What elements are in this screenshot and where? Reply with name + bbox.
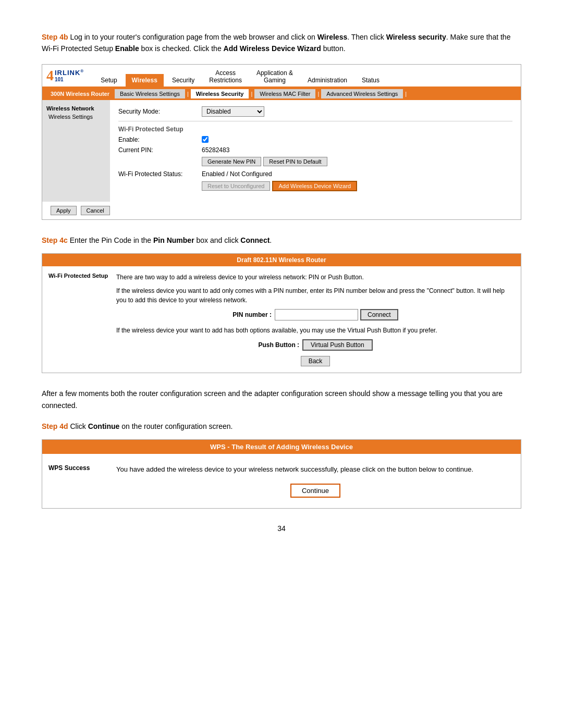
wps-success-para: You have added the wireless device to yo… (116, 464, 515, 475)
nav-wireless[interactable]: Wireless (126, 74, 164, 87)
logo-4-icon: 4 (46, 68, 54, 83)
logo-irlink: IRLINK® (55, 69, 84, 77)
step4b-bold4: Add Wireless Device Wizard (224, 44, 321, 53)
nav-items: Setup Wireless Security AccessRestrictio… (94, 67, 517, 87)
nav-access-restrictions[interactable]: AccessRestrictions (203, 67, 248, 87)
step4b-paragraph: Step 4b Log in to your router's configur… (42, 31, 521, 55)
step4c-bold2: Connect (240, 236, 270, 244)
wps-dialog-content: Wi-Fi Protected Setup There are two way … (42, 266, 521, 373)
push-button-label: Push Button : (258, 340, 299, 350)
step4c-text2: box and click (194, 236, 241, 244)
wps-success-sidebar-label: WPS Success (48, 464, 116, 498)
nav-security[interactable]: Security (166, 74, 201, 87)
step4b-bold2: Wireless security (386, 33, 446, 41)
current-pin-label: Current PIN: (118, 146, 202, 154)
step4c-label: Step 4c (42, 236, 68, 244)
pin-input-row: PIN number : Connect (116, 309, 515, 320)
nav-application-gaming[interactable]: Application &Gaming (250, 67, 299, 87)
submenu-advanced-wireless[interactable]: Advanced Wireless Settings (321, 89, 403, 98)
submenu-bar: 300N Wireless Router Basic Wireless Sett… (42, 88, 521, 100)
step4c-text3: . (270, 236, 272, 244)
wps-success-box: WPS - The Result of Adding Wireless Devi… (42, 439, 521, 509)
step4c-paragraph: Step 4c Enter the Pin Code in the Pin Nu… (42, 235, 521, 246)
submenu-wireless-mac[interactable]: Wireless MAC Filter (254, 89, 315, 98)
wps-dialog-box: Draft 802.11N Wireless Router Wi-Fi Prot… (42, 253, 521, 373)
wps-dialog-sidebar: Wi-Fi Protected Setup (48, 273, 116, 366)
router-content: Wireless Network Wireless Settings Secur… (42, 100, 521, 202)
security-mode-row: Security Mode: Disabled (118, 106, 512, 117)
wps-para3: If the wireless device your want to add … (116, 326, 515, 335)
submenu-basic-wireless[interactable]: Basic Wireless Settings (115, 89, 185, 98)
continue-button[interactable]: Continue (290, 484, 340, 498)
nav-status[interactable]: Status (356, 74, 386, 87)
enable-row: Enable: (118, 136, 512, 143)
submenu-sep4: | (404, 91, 408, 97)
current-pin-row: Current PIN: 65282483 (118, 146, 512, 154)
wps-status-row: Wi-Fi Protected Status: Enabled / Not Co… (118, 170, 512, 178)
step4b-text5: button. (321, 44, 346, 53)
wps-success-content: WPS Success You have added the wireless … (42, 454, 521, 508)
step4b-text4: box is checked. Click the (139, 44, 224, 53)
step4d-bold1: Continue (88, 422, 120, 430)
step4b-text1: Log in to your router's configuration pa… (68, 33, 317, 41)
wps-success-main: You have added the wireless device to yo… (116, 464, 515, 498)
page-number: 34 (42, 524, 521, 533)
wps-para1: There are two way to add a wireless devi… (116, 273, 515, 282)
submenu-wireless-security[interactable]: Wireless Security (191, 89, 249, 98)
divider1 (118, 121, 512, 121)
router-logo: 4 IRLINK® 101 (46, 67, 84, 87)
pin-buttons-row: Generate New PIN Reset PIN to Default (118, 157, 512, 166)
submenu-label: 300N Wireless Router (46, 90, 114, 98)
back-button-row: Back (116, 356, 515, 366)
after-text-paragraph: After a few moments both the router conf… (42, 388, 521, 411)
wps-dialog-main: There are two way to add a wireless devi… (116, 273, 515, 366)
step4b-bold3: Enable (115, 44, 139, 53)
step4b-label: Step 4b (42, 33, 68, 41)
generate-pin-button[interactable]: Generate New PIN (202, 157, 261, 166)
sidebar-wireless-settings[interactable]: Wireless Settings (46, 114, 106, 120)
step4c-bold1: Pin Number (153, 236, 194, 244)
pin-number-label: PIN number : (232, 310, 272, 319)
step4b-text2: . Then click (347, 33, 386, 41)
logo-101: 101 (55, 77, 84, 82)
cancel-button[interactable]: Cancel (81, 206, 110, 215)
push-button-row: Push Button : Virtual Push Button (116, 339, 515, 351)
wps-dialog-title: Draft 802.11N Wireless Router (42, 254, 521, 266)
back-button[interactable]: Back (301, 356, 331, 366)
pin-number-input[interactable] (275, 309, 358, 320)
virtual-push-button[interactable]: Virtual Push Button (302, 339, 373, 351)
sidebar-section-title: Wireless Network (46, 105, 106, 112)
submenu-sep3: | (316, 91, 320, 97)
reset-unconfigured-button[interactable]: Reset to Unconfigured (202, 181, 270, 191)
step4d-text2: on the router configuration screen. (119, 422, 232, 430)
wps-action-buttons-row: Reset to Unconfigured Add Wireless Devic… (118, 181, 512, 191)
router-nav: 4 IRLINK® 101 Setup Wireless Security Ac… (42, 65, 521, 88)
step4c-text1: Enter the Pin Code in the (68, 236, 153, 244)
router-sidebar: Wireless Network Wireless Settings (42, 100, 110, 202)
wps-section-header: Wi-Fi Protected Setup (118, 126, 512, 133)
step4b-bold1: Wireless (317, 33, 347, 41)
enable-label: Enable: (118, 136, 202, 143)
wps-status-label: Wi-Fi Protected Status: (118, 170, 202, 178)
submenu-sep1: | (186, 91, 190, 97)
wps-success-title: WPS - The Result of Adding Wireless Devi… (42, 440, 521, 454)
submenu-sep2: | (250, 91, 253, 97)
security-mode-label: Security Mode: (118, 108, 202, 115)
step4d-label: Step 4d (42, 422, 68, 430)
continue-button-row: Continue (116, 484, 515, 498)
nav-administration[interactable]: Administration (301, 74, 353, 87)
wps-para2: If the wireless device you want to add o… (116, 286, 515, 305)
connect-button[interactable]: Connect (360, 309, 398, 320)
add-wireless-wizard-button[interactable]: Add Wireless Device Wizard (272, 181, 357, 191)
router-main: Security Mode: Disabled Wi-Fi Protected … (110, 100, 521, 202)
apply-button[interactable]: Apply (51, 206, 77, 215)
router-footer: Apply Cancel (42, 202, 521, 219)
current-pin-value: 65282483 (202, 146, 229, 154)
enable-checkbox[interactable] (202, 136, 209, 143)
step4d-text1: Click (68, 422, 88, 430)
nav-setup[interactable]: Setup (94, 74, 123, 87)
reset-pin-button[interactable]: Reset PIN to Default (263, 157, 327, 166)
router-screenshot-box: 4 IRLINK® 101 Setup Wireless Security Ac… (42, 64, 521, 220)
step4d-paragraph: Step 4d Click Continue on the router con… (42, 421, 521, 432)
security-mode-select[interactable]: Disabled (202, 106, 264, 117)
